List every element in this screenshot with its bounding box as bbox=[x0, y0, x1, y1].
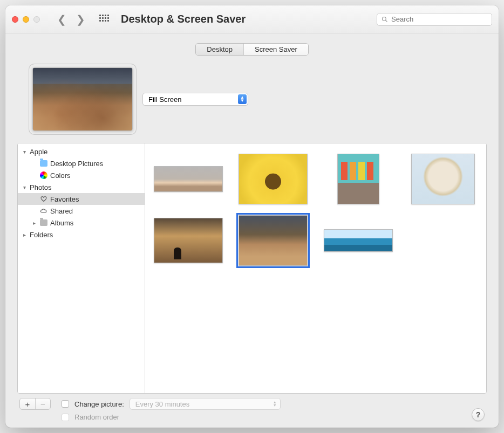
tab-screensaver[interactable]: Screen Saver bbox=[244, 44, 308, 55]
window-controls bbox=[12, 16, 40, 23]
titlebar: ❮ ❯ Desktop & Screen Saver bbox=[5, 5, 499, 33]
change-picture-row: Change picture: Every 30 minutes ▲▼ bbox=[62, 398, 281, 410]
sidebar-group-apple[interactable]: ▾ Apple bbox=[18, 146, 145, 157]
change-picture-checkbox[interactable] bbox=[62, 400, 69, 408]
close-window-button[interactable] bbox=[12, 16, 18, 23]
footer-controls: + − Change picture: Every 30 minutes ▲▼ … bbox=[17, 394, 487, 421]
back-button[interactable]: ❮ bbox=[57, 14, 66, 25]
sidebar-group-label: Photos bbox=[30, 183, 51, 191]
sidebar-item-desktop-pictures[interactable]: Desktop Pictures bbox=[18, 157, 145, 169]
sidebar-group-label: Apple bbox=[30, 148, 47, 156]
search-input[interactable] bbox=[391, 15, 487, 23]
gallery-thumb[interactable] bbox=[236, 212, 311, 269]
change-picture-options: Change picture: Every 30 minutes ▲▼ Rand… bbox=[62, 398, 281, 421]
search-icon bbox=[382, 16, 388, 23]
help-button[interactable]: ? bbox=[472, 408, 485, 421]
disclosure-triangle-icon[interactable]: ▾ bbox=[21, 184, 28, 190]
remove-source-button: − bbox=[35, 398, 50, 409]
disclosure-triangle-icon[interactable]: ▸ bbox=[21, 232, 28, 238]
heart-icon bbox=[39, 195, 48, 203]
forward-button[interactable]: ❯ bbox=[76, 14, 85, 25]
change-picture-label: Change picture: bbox=[74, 400, 124, 408]
random-order-checkbox bbox=[62, 414, 69, 421]
content-area: Desktop Screen Saver Fill Screen ▲▼ ▾ Ap… bbox=[5, 33, 499, 428]
svg-point-0 bbox=[383, 17, 386, 20]
gallery-thumb[interactable] bbox=[151, 151, 226, 207]
random-order-label: Random order bbox=[74, 413, 119, 421]
search-field[interactable] bbox=[377, 13, 492, 26]
sidebar-item-shared[interactable]: Shared bbox=[18, 205, 145, 217]
pane-title: Desktop & Screen Saver bbox=[121, 13, 246, 25]
color-wheel-icon bbox=[39, 171, 48, 180]
show-all-prefs-button[interactable] bbox=[99, 15, 109, 24]
folder-icon bbox=[39, 218, 48, 227]
prefs-window: ❮ ❯ Desktop & Screen Saver Desktop Scree… bbox=[5, 5, 499, 428]
random-order-row: Random order bbox=[62, 413, 281, 421]
sidebar-group-folders[interactable]: ▸ Folders bbox=[18, 229, 145, 240]
sidebar-item-albums[interactable]: ▸ Albums bbox=[18, 217, 145, 229]
folder-icon bbox=[39, 159, 48, 168]
svg-line-1 bbox=[386, 20, 387, 22]
disclosure-triangle-icon[interactable]: ▸ bbox=[31, 220, 37, 226]
minimize-window-button[interactable] bbox=[23, 16, 29, 23]
gallery-thumb[interactable] bbox=[151, 212, 226, 269]
sidebar-item-label: Shared bbox=[50, 207, 73, 215]
sidebar-group-label: Folders bbox=[30, 231, 53, 239]
image-gallery bbox=[145, 143, 486, 393]
toolbar-nav: ❮ ❯ bbox=[50, 14, 90, 25]
gallery-thumb[interactable] bbox=[321, 151, 396, 207]
disclosure-triangle-icon[interactable]: ▾ bbox=[21, 149, 28, 155]
stepper-chevron-icon: ▲▼ bbox=[273, 401, 277, 407]
popup-chevron-icon: ▲▼ bbox=[238, 94, 247, 104]
zoom-window-button bbox=[33, 16, 40, 23]
sidebar-item-favorites[interactable]: Favorites bbox=[18, 193, 145, 205]
sidebar-item-label: Colors bbox=[50, 171, 71, 180]
sidebar-item-colors[interactable]: Colors bbox=[18, 169, 145, 181]
source-sidebar[interactable]: ▾ Apple Desktop Pictures Colors ▾ Photos bbox=[18, 143, 145, 393]
fill-mode-value: Fill Screen bbox=[148, 95, 181, 104]
add-source-button[interactable]: + bbox=[20, 398, 35, 409]
fill-mode-popup[interactable]: Fill Screen ▲▼ bbox=[142, 93, 248, 106]
gallery-thumb[interactable] bbox=[236, 151, 311, 207]
sidebar-item-label: Desktop Pictures bbox=[50, 160, 103, 168]
change-interval-value: Every 30 minutes bbox=[135, 400, 189, 408]
tab-segmented-control: Desktop Screen Saver bbox=[195, 43, 308, 56]
gallery-thumb[interactable] bbox=[321, 212, 396, 269]
change-interval-popup: Every 30 minutes ▲▼ bbox=[130, 398, 281, 410]
source-browser: ▾ Apple Desktop Pictures Colors ▾ Photos bbox=[17, 143, 487, 394]
cloud-icon bbox=[39, 207, 48, 215]
sidebar-group-photos[interactable]: ▾ Photos bbox=[18, 181, 145, 193]
tab-desktop[interactable]: Desktop bbox=[196, 44, 244, 55]
add-remove-source: + − bbox=[19, 398, 51, 410]
sidebar-item-label: Albums bbox=[50, 219, 73, 227]
sidebar-item-label: Favorites bbox=[50, 195, 79, 203]
desktop-preview bbox=[32, 67, 133, 131]
preview-row: Fill Screen ▲▼ bbox=[17, 67, 487, 131]
gallery-thumb[interactable] bbox=[406, 151, 481, 207]
